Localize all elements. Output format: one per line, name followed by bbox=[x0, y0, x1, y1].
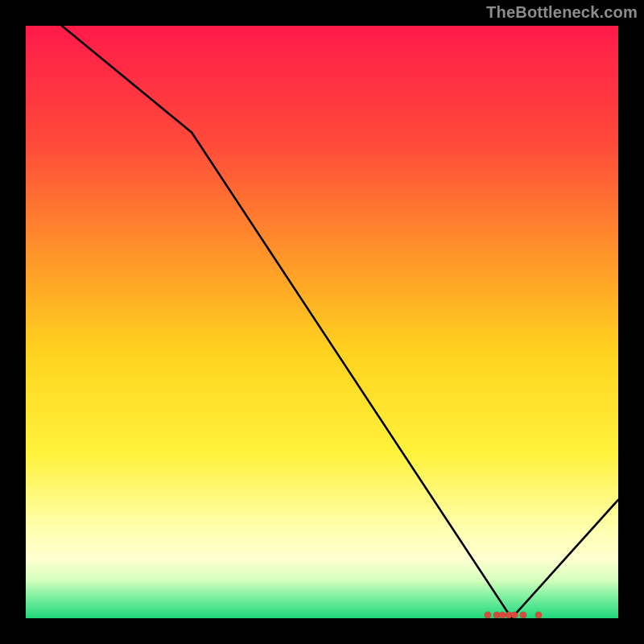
attribution-text: TheBottleneck.com bbox=[486, 3, 638, 22]
plot-area bbox=[26, 26, 618, 618]
data-marker bbox=[485, 612, 491, 618]
chart-frame: TheBottleneck.com bbox=[0, 0, 644, 644]
chart-line-layer bbox=[26, 26, 618, 618]
data-marker bbox=[511, 612, 518, 618]
data-marker bbox=[520, 612, 526, 618]
bottleneck-curve-line bbox=[26, 26, 618, 618]
data-marker bbox=[535, 612, 542, 618]
